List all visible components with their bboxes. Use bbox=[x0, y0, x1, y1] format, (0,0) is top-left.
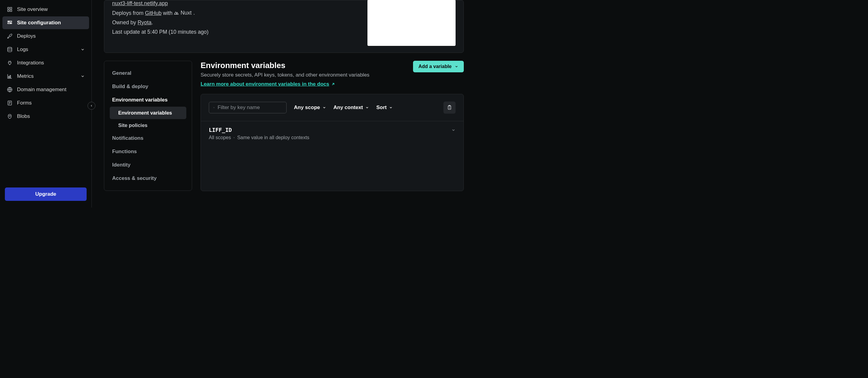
env-var-key: LIFF_ID bbox=[209, 127, 309, 133]
svg-rect-9 bbox=[8, 76, 9, 78]
svg-rect-10 bbox=[10, 75, 11, 78]
sidebar-item-logs[interactable]: Logs bbox=[2, 43, 89, 56]
chevron-down-icon bbox=[365, 106, 369, 109]
rocket-icon bbox=[7, 33, 13, 39]
nuxt-icon bbox=[174, 11, 179, 15]
grid-icon bbox=[7, 6, 13, 12]
search-icon bbox=[213, 105, 215, 110]
chevron-down-icon bbox=[451, 128, 456, 132]
chevron-down-icon bbox=[455, 65, 458, 68]
config-subnav-site-policies[interactable]: Site policies bbox=[110, 119, 186, 132]
sidebar: Site overview Site configuration Deploys… bbox=[0, 0, 92, 208]
scope-dropdown[interactable]: Any scope bbox=[294, 104, 326, 111]
config-nav-env[interactable]: Environment variables bbox=[107, 93, 189, 107]
sidebar-item-configuration[interactable]: Site configuration bbox=[2, 17, 89, 29]
config-subnav-env-vars[interactable]: Environment variables bbox=[110, 107, 186, 119]
sidebar-item-label: Site overview bbox=[17, 6, 48, 12]
config-nav-build[interactable]: Build & deploy bbox=[107, 80, 189, 93]
svg-rect-3 bbox=[10, 10, 12, 11]
form-icon bbox=[7, 100, 13, 106]
sidebar-item-forms[interactable]: Forms bbox=[2, 97, 89, 109]
sort-dropdown[interactable]: Sort bbox=[376, 104, 393, 111]
svg-point-18 bbox=[214, 107, 214, 108]
config-nav-access[interactable]: Access & security bbox=[107, 172, 189, 185]
sidebar-item-label: Domain management bbox=[17, 87, 67, 93]
site-url-link[interactable]: nuxt3-liff-test.netlify.app bbox=[112, 0, 209, 7]
owned-by-line: Owned by Ryota. bbox=[112, 20, 209, 26]
env-var-row[interactable]: LIFF_ID All scopes·Same value in all dep… bbox=[201, 121, 463, 146]
sidebar-item-overview[interactable]: Site overview bbox=[2, 3, 89, 16]
chevron-down-icon bbox=[81, 74, 85, 78]
sidebar-item-label: Deploys bbox=[17, 33, 36, 39]
sidebar-item-label: Metrics bbox=[17, 73, 34, 79]
config-nav-notifications[interactable]: Notifications bbox=[107, 132, 189, 145]
env-var-meta: All scopes·Same value in all deploy cont… bbox=[209, 135, 309, 140]
site-info-card: nuxt3-liff-test.netlify.app Deploys from… bbox=[104, 0, 464, 53]
last-update-line: Last update at 5:40 PM (10 minutes ago) bbox=[112, 29, 209, 35]
blob-icon bbox=[7, 113, 13, 119]
config-nav-general[interactable]: General bbox=[107, 67, 189, 80]
svg-point-6 bbox=[8, 21, 9, 22]
sidebar-item-label: Logs bbox=[17, 46, 28, 53]
chart-icon bbox=[7, 73, 13, 79]
chevron-down-icon bbox=[81, 48, 85, 52]
sidebar-item-label: Forms bbox=[17, 100, 32, 106]
docs-link[interactable]: Learn more about environment variables i… bbox=[200, 81, 335, 87]
sidebar-item-deploys[interactable]: Deploys bbox=[2, 30, 89, 42]
svg-rect-0 bbox=[8, 7, 9, 9]
sidebar-item-label: Site configuration bbox=[17, 20, 61, 26]
upgrade-button[interactable]: Upgrade bbox=[5, 187, 87, 201]
page-subtitle: Securely store secrets, API keys, tokens… bbox=[200, 72, 370, 78]
sidebar-collapse-toggle[interactable] bbox=[88, 102, 95, 110]
plug-icon bbox=[7, 60, 13, 66]
deploys-from-line: Deploys from GitHub with Nuxt. bbox=[112, 10, 209, 17]
sidebar-item-integrations[interactable]: Integrations bbox=[2, 57, 89, 69]
chevron-down-icon bbox=[322, 106, 326, 109]
external-link-icon bbox=[331, 82, 335, 86]
sidebar-item-domain[interactable]: Domain management bbox=[2, 83, 89, 96]
framework-badge: Nuxt. bbox=[174, 10, 195, 16]
owner-link[interactable]: Ryota bbox=[138, 20, 152, 26]
context-dropdown[interactable]: Any context bbox=[333, 104, 369, 111]
env-section: Environment variables Securely store sec… bbox=[200, 61, 464, 191]
sidebar-item-blobs[interactable]: Blobs bbox=[2, 110, 89, 123]
deploy-source-link[interactable]: GitHub bbox=[145, 10, 161, 16]
svg-rect-2 bbox=[8, 10, 9, 11]
database-icon bbox=[7, 46, 13, 53]
page-title: Environment variables bbox=[200, 61, 370, 70]
sidebar-item-label: Integrations bbox=[17, 60, 44, 66]
filter-input[interactable] bbox=[218, 104, 282, 111]
copy-env-button[interactable] bbox=[443, 101, 456, 114]
svg-point-17 bbox=[10, 116, 11, 116]
svg-point-8 bbox=[8, 48, 12, 49]
filter-input-wrap bbox=[209, 102, 287, 113]
add-variable-button[interactable]: Add a variable bbox=[413, 61, 464, 72]
env-variables-panel: Any scope Any context Sort bbox=[200, 94, 464, 191]
main-content: nuxt3-liff-test.netlify.app Deploys from… bbox=[92, 0, 472, 208]
globe-icon bbox=[7, 87, 13, 93]
site-thumbnail bbox=[367, 0, 456, 46]
svg-point-16 bbox=[9, 116, 10, 116]
svg-point-7 bbox=[10, 23, 11, 23]
clipboard-icon bbox=[447, 105, 452, 110]
config-nav-identity[interactable]: Identity bbox=[107, 158, 189, 172]
svg-line-19 bbox=[214, 108, 215, 108]
config-nav: General Build & deploy Environment varia… bbox=[104, 61, 192, 191]
sidebar-item-label: Blobs bbox=[17, 113, 30, 119]
sliders-icon bbox=[7, 20, 13, 26]
chevron-down-icon bbox=[389, 106, 393, 109]
sidebar-item-metrics[interactable]: Metrics bbox=[2, 70, 89, 83]
config-nav-functions[interactable]: Functions bbox=[107, 145, 189, 158]
svg-rect-1 bbox=[10, 7, 12, 9]
